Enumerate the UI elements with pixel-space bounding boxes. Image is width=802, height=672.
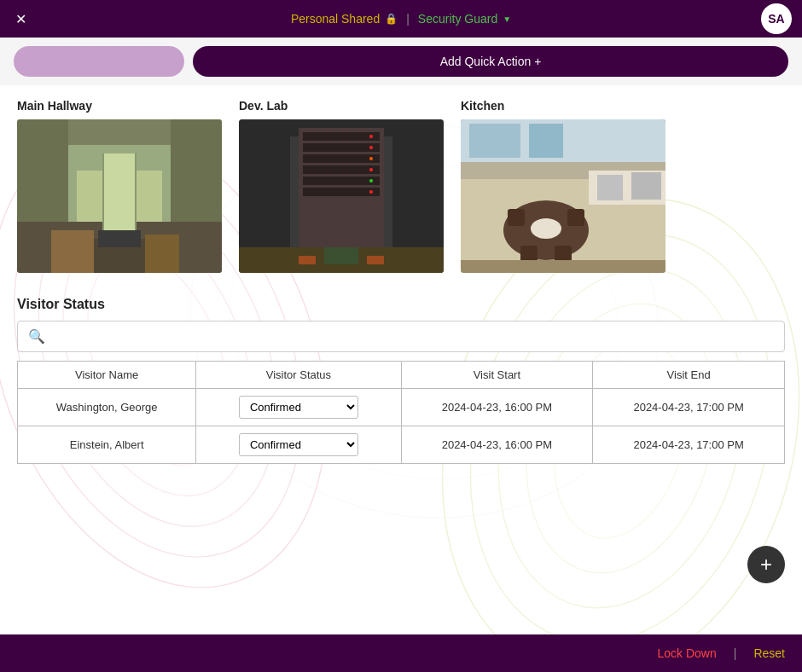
header-left: ✕ xyxy=(10,9,31,29)
camera-label-kitchen: Kitchen xyxy=(461,99,665,113)
svg-rect-28 xyxy=(303,132,380,141)
camera-item-main-hallway: Main Hallway xyxy=(17,99,222,273)
footer-divider: | xyxy=(734,646,737,660)
visit-end-cell: 2024-04-23, 17:00 PM xyxy=(593,426,785,464)
svg-rect-59 xyxy=(461,260,665,273)
svg-point-34 xyxy=(369,135,373,138)
security-guard-dropdown-icon[interactable]: ▼ xyxy=(503,14,511,24)
visitor-name-cell: Einstein, Albert xyxy=(18,426,196,464)
pipe-divider: | xyxy=(406,12,410,26)
search-input[interactable] xyxy=(52,330,774,344)
security-guard-label[interactable]: Security Guard xyxy=(418,12,497,26)
visit-start-cell: 2024-04-23, 16:00 PM xyxy=(401,389,593,426)
camera-feed-dev-lab[interactable] xyxy=(239,119,444,273)
table-header-visitor-name: Visitor Name xyxy=(18,362,196,389)
svg-rect-52 xyxy=(631,172,661,200)
svg-rect-24 xyxy=(98,230,141,247)
svg-rect-23 xyxy=(135,154,137,230)
visitor-status-select[interactable]: ConfirmedPendingDenied xyxy=(239,396,358,419)
table-row: Washington, GeorgeConfirmedPendingDenied… xyxy=(18,389,785,426)
main-content: Main Hallway xyxy=(0,85,802,634)
visitor-status-select[interactable]: ConfirmedPendingDenied xyxy=(239,433,358,456)
svg-rect-51 xyxy=(597,175,623,200)
table-header-row: Visitor Name Visitor Status Visit Start … xyxy=(18,362,785,389)
camera-feed-kitchen-image xyxy=(461,119,665,273)
svg-rect-30 xyxy=(303,154,380,163)
visit-start-cell: 2024-04-23, 16:00 PM xyxy=(401,426,593,464)
svg-rect-18 xyxy=(51,230,94,273)
svg-rect-43 xyxy=(367,256,384,264)
close-button[interactable]: ✕ xyxy=(10,9,31,29)
svg-rect-54 xyxy=(508,209,525,226)
svg-rect-47 xyxy=(529,124,563,158)
footer: Lock Down | Reset xyxy=(0,634,802,672)
svg-point-35 xyxy=(369,146,373,149)
svg-rect-55 xyxy=(567,209,584,226)
camera-feed-main-hallway[interactable] xyxy=(17,119,222,273)
header-center: Personal Shared 🔒 | Security Guard ▼ xyxy=(291,12,511,26)
visitor-name-cell: Washington, George xyxy=(18,389,196,426)
svg-rect-31 xyxy=(303,165,380,174)
visitor-status-cell: ConfirmedPendingDenied xyxy=(196,389,401,426)
header: ✕ Personal Shared 🔒 | Security Guard ▼ S… xyxy=(0,0,802,38)
visitor-status-cell: ConfirmedPendingDenied xyxy=(196,426,401,464)
visitor-table: Visitor Name Visitor Status Visit Start … xyxy=(17,361,785,464)
svg-rect-42 xyxy=(299,256,316,264)
table-header-visit-end: Visit End xyxy=(593,362,785,389)
camera-feed-main-hallway-image xyxy=(17,119,222,273)
svg-point-38 xyxy=(369,179,373,182)
avatar[interactable]: SA xyxy=(761,3,792,34)
svg-rect-29 xyxy=(303,143,380,152)
table-header-visit-start: Visit Start xyxy=(401,362,593,389)
camera-label-dev-lab: Dev. Lab xyxy=(239,99,444,113)
svg-point-39 xyxy=(369,190,373,194)
quick-action-empty-pill xyxy=(14,46,184,77)
lock-icon: 🔒 xyxy=(385,13,398,25)
visitor-section: Visitor Status 🔍 Visitor Name Visitor St… xyxy=(0,287,802,474)
svg-rect-41 xyxy=(324,247,358,264)
svg-rect-46 xyxy=(469,124,520,158)
svg-rect-21 xyxy=(102,154,137,230)
svg-point-36 xyxy=(369,157,373,160)
personal-shared-label: Personal Shared xyxy=(291,12,380,26)
table-header-visitor-status: Visitor Status xyxy=(196,362,401,389)
lockdown-button[interactable]: Lock Down xyxy=(658,646,717,660)
table-row: Einstein, AlbertConfirmedPendingDenied20… xyxy=(18,426,785,464)
camera-item-dev-lab: Dev. Lab xyxy=(239,99,444,273)
svg-rect-33 xyxy=(303,188,380,196)
camera-label-main-hallway: Main Hallway xyxy=(17,99,222,113)
fab-add-button[interactable]: + xyxy=(747,546,785,583)
visit-end-cell: 2024-04-23, 17:00 PM xyxy=(593,389,785,426)
camera-feed-dev-lab-image xyxy=(239,119,444,273)
visitor-status-title: Visitor Status xyxy=(17,297,785,312)
svg-rect-22 xyxy=(102,154,104,230)
svg-rect-32 xyxy=(303,177,380,185)
camera-item-kitchen: Kitchen xyxy=(461,99,665,273)
search-bar-container: 🔍 xyxy=(17,321,785,352)
reset-button[interactable]: Reset xyxy=(753,646,785,660)
quick-action-bar: Add Quick Action + xyxy=(0,38,802,85)
cameras-section: Main Hallway xyxy=(0,85,802,287)
camera-feed-kitchen[interactable] xyxy=(461,119,665,273)
svg-point-37 xyxy=(369,168,373,171)
svg-point-58 xyxy=(531,218,561,239)
add-quick-action-button[interactable]: Add Quick Action + xyxy=(193,46,788,77)
svg-rect-19 xyxy=(145,235,179,273)
search-icon: 🔍 xyxy=(28,328,45,345)
